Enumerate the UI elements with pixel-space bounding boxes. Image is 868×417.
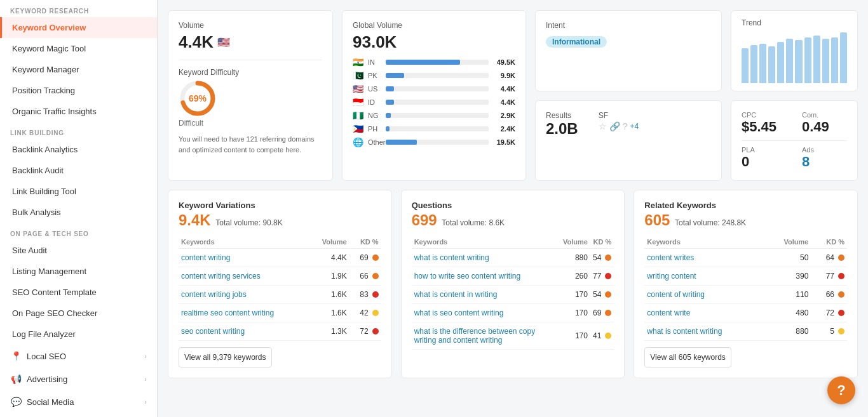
help-button[interactable]: ?	[827, 376, 855, 404]
keyword-cell[interactable]: content writes	[644, 249, 766, 267]
q-counts: 699 Total volume: 8.6K	[412, 211, 614, 229]
keyword-cell[interactable]: seo content writing	[179, 322, 309, 341]
keyword-cell[interactable]: content of writing	[644, 286, 766, 304]
keyword-link[interactable]: content of writing	[647, 290, 705, 299]
kd-dot-icon	[605, 291, 611, 298]
results-value: 2.0B	[546, 120, 578, 138]
keyword-cell[interactable]: what is content in writing	[412, 286, 560, 304]
top-row: Volume 4.4K 🇺🇸 Keyword Difficulty 69% D	[168, 10, 858, 181]
sidebar-group-advertising[interactable]: 📢 Advertising ›	[0, 367, 157, 390]
keyword-link[interactable]: how to write seo content writing	[414, 272, 520, 281]
gv-row: 🇺🇸 US 4.4K	[353, 84, 515, 94]
table-row: content writing 4.4K 69	[179, 249, 381, 267]
trend-bar	[831, 37, 838, 83]
keyword-link[interactable]: seo content writing	[181, 327, 245, 336]
volume-kd-card: Volume 4.4K 🇺🇸 Keyword Difficulty 69% D	[168, 10, 333, 181]
keyword-link[interactable]: realtime seo content writing	[181, 308, 274, 317]
rk-view-all-button[interactable]: View all 605 keywords	[644, 347, 731, 367]
keyword-cell[interactable]: content writing services	[179, 267, 309, 286]
kd-cell: 66	[811, 286, 847, 304]
volume-cell: 170	[560, 304, 590, 322]
q-col-volume: Volume	[560, 235, 590, 249]
keyword-link[interactable]: what is content in writing	[414, 290, 498, 299]
kd-dot-icon	[605, 333, 611, 339]
keyword-link[interactable]: what is content writing	[647, 327, 722, 336]
sidebar-item-site-audit[interactable]: Site Audit	[0, 240, 157, 261]
sidebar-group-label: Local SEO	[27, 352, 66, 361]
keyword-link[interactable]: content writing	[181, 253, 230, 262]
kv-total: Total volume: 90.8K	[215, 218, 282, 227]
table-row: content of writing 110 66	[644, 286, 847, 304]
kv-view-all-button[interactable]: View all 9,379 keywords	[179, 347, 272, 367]
sidebar-item-link-building-tool[interactable]: Link Building Tool	[0, 181, 157, 202]
keyword-cell[interactable]: realtime seo content writing	[179, 304, 309, 322]
kd-cell: 5	[811, 322, 847, 341]
keyword-link[interactable]: writing content	[647, 272, 696, 281]
country-code: IN	[368, 58, 382, 66]
q-col-kd: KD %	[590, 235, 614, 249]
questions-card: Questions 699 Total volume: 8.6K Keyword…	[401, 190, 625, 378]
sidebar-item-position-tracking[interactable]: Position Tracking	[0, 80, 157, 101]
bottom-row: Keyword Variations 9.4K Total volume: 90…	[168, 190, 858, 378]
kd-dot-icon	[372, 273, 379, 279]
gv-bar	[386, 86, 394, 91]
kd-dot-icon	[372, 310, 379, 316]
sidebar-item-keyword-magic-tool[interactable]: Keyword Magic Tool	[0, 38, 157, 59]
volume-value: 4.4K	[179, 32, 214, 52]
sidebar-group-local-seo[interactable]: 📍 Local SEO ›	[0, 345, 157, 367]
keyword-variations-card: Keyword Variations 9.4K Total volume: 90…	[168, 190, 392, 378]
global-volume-value: 93.0K	[353, 32, 515, 52]
social-media-icon: 💬	[10, 396, 22, 407]
keyword-link[interactable]: what is content writing	[414, 253, 489, 262]
kd-dot-icon	[605, 310, 611, 316]
keyword-cell[interactable]: what is content writing	[644, 322, 766, 341]
sidebar-item-bulk-analysis[interactable]: Bulk Analysis	[0, 202, 157, 223]
country-flag-icon: 🌐	[353, 137, 364, 147]
cpc-label: CPC	[742, 111, 787, 119]
sidebar-item-label: Keyword Overview	[12, 23, 86, 32]
sidebar-item-on-page-seo-checker[interactable]: On Page SEO Checker	[0, 303, 157, 324]
sidebar-item-listing-management[interactable]: Listing Management	[0, 261, 157, 282]
pla-ads-grid: PLA 0 Ads 8	[742, 146, 847, 170]
keyword-cell[interactable]: what is content writing	[412, 249, 560, 267]
keyword-link[interactable]: what is the difference between copy writ…	[414, 327, 536, 345]
keyword-cell[interactable]: what is seo content writing	[412, 304, 560, 322]
sidebar-item-log-file-analyzer[interactable]: Log File Analyzer	[0, 324, 157, 345]
keyword-cell[interactable]: content writing	[179, 249, 309, 267]
volume-cell: 170	[560, 286, 590, 304]
kd-value: 83	[360, 290, 368, 299]
gv-value: 2.9K	[492, 112, 515, 119]
keyword-cell[interactable]: content write	[644, 304, 766, 322]
kd-dot-icon	[838, 328, 844, 334]
keyword-link[interactable]: content writing jobs	[181, 290, 247, 299]
kd-value: 72	[826, 308, 834, 317]
sidebar-item-organic-traffic-insights[interactable]: Organic Traffic Insights	[0, 101, 157, 122]
keyword-cell[interactable]: content writing jobs	[179, 286, 309, 304]
sidebar-item-backlink-analytics[interactable]: Backlink Analytics	[0, 139, 157, 160]
keyword-cell[interactable]: what is the difference between copy writ…	[412, 322, 560, 350]
gv-value: 9.9K	[492, 72, 515, 79]
ads-label: Ads	[802, 146, 847, 154]
keyword-cell[interactable]: how to write seo content writing	[412, 267, 560, 286]
chevron-right-icon: ›	[144, 398, 147, 406]
trend-bar	[804, 37, 811, 83]
keyword-link[interactable]: what is seo content writing	[414, 308, 504, 317]
keyword-link[interactable]: content writes	[647, 253, 694, 262]
sidebar-item-backlink-audit[interactable]: Backlink Audit	[0, 160, 157, 181]
sidebar-item-seo-content-template[interactable]: SEO Content Template	[0, 282, 157, 303]
gv-bar	[386, 126, 390, 131]
sidebar-item-keyword-overview[interactable]: Keyword Overview	[0, 17, 157, 38]
keyword-cell[interactable]: writing content	[644, 267, 766, 286]
keyword-link[interactable]: content writing services	[181, 272, 261, 281]
country-flag-icon: 🇵🇭	[353, 124, 364, 134]
rk-col-kd: KD %	[811, 235, 847, 249]
kd-value: 66	[360, 272, 368, 281]
keyword-link[interactable]: content write	[647, 308, 690, 317]
table-row: how to write seo content writing 260 77	[412, 267, 614, 286]
sidebar-group-social-media[interactable]: 💬 Social Media ›	[0, 390, 157, 413]
sidebar-item-keyword-manager[interactable]: Keyword Manager	[0, 59, 157, 80]
trend-bar	[750, 45, 757, 83]
rk-table: Keywords Volume KD % content writes 50 6…	[644, 235, 847, 341]
trend-bar	[822, 39, 829, 83]
q-total: Total volume: 8.6K	[442, 218, 505, 227]
